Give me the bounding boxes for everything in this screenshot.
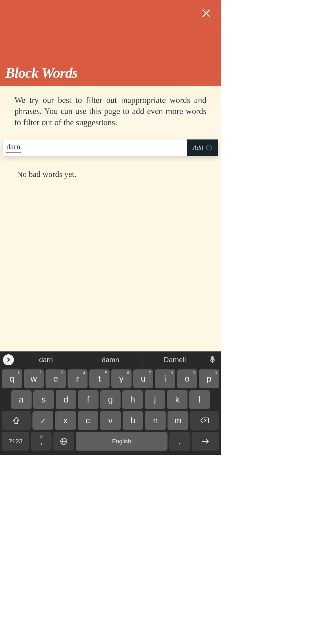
space-key[interactable]: English xyxy=(76,432,167,451)
key-p[interactable]: p0 xyxy=(199,369,219,388)
key-z[interactable]: z xyxy=(32,411,53,430)
suggestion-1[interactable]: darn xyxy=(14,356,78,364)
key-num: 3 xyxy=(61,371,63,375)
arrow-right-icon xyxy=(201,438,210,444)
key-u[interactable]: u7 xyxy=(133,369,154,388)
key-l[interactable]: l xyxy=(189,390,210,409)
key-k[interactable]: k xyxy=(167,390,188,409)
key-x[interactable]: x xyxy=(55,411,76,430)
header-banner: Block Words xyxy=(0,0,221,86)
enter-key[interactable] xyxy=(192,432,219,451)
shift-icon xyxy=(12,416,20,425)
page-title: Block Words xyxy=(5,64,216,81)
period-key[interactable]: . xyxy=(169,432,190,451)
language-key[interactable] xyxy=(53,432,74,451)
empty-state-text: No bad words yet. xyxy=(17,170,221,179)
key-g[interactable]: g xyxy=(100,390,121,409)
chevron-right-icon xyxy=(6,358,11,362)
close-icon xyxy=(201,8,212,19)
key-m[interactable]: m xyxy=(168,411,188,430)
svg-rect-2 xyxy=(211,356,214,361)
comma-key[interactable]: ☺ , xyxy=(31,432,52,451)
add-button-label: Add xyxy=(193,144,203,151)
key-n[interactable]: n xyxy=(145,411,166,430)
shift-key[interactable] xyxy=(2,411,31,430)
key-num: 5 xyxy=(105,371,107,375)
key-num: 4 xyxy=(83,371,85,375)
close-button[interactable] xyxy=(199,6,214,21)
suggestion-row: darn damn Darnell xyxy=(0,351,221,368)
key-num: 1 xyxy=(17,371,20,375)
key-num: 2 xyxy=(39,371,41,375)
backspace-key[interactable] xyxy=(190,411,219,430)
mic-icon xyxy=(209,356,216,364)
key-v[interactable]: v xyxy=(100,411,121,430)
key-num: 9 xyxy=(193,371,195,375)
key-num: 7 xyxy=(149,371,151,375)
key-b[interactable]: b xyxy=(123,411,143,430)
suggestion-3[interactable]: Darnell xyxy=(143,356,207,364)
key-r[interactable]: r4 xyxy=(68,369,88,388)
key-f[interactable]: f xyxy=(78,390,99,409)
key-y[interactable]: y6 xyxy=(111,369,132,388)
key-j[interactable]: j xyxy=(145,390,165,409)
key-t[interactable]: t5 xyxy=(89,369,110,388)
word-input[interactable]: darn xyxy=(3,139,187,156)
word-input-value: darn xyxy=(6,142,21,153)
suggestion-2[interactable]: damn xyxy=(78,356,142,364)
key-s[interactable]: s xyxy=(33,390,54,409)
soft-keyboard: darn damn Darnell q1w2e3r4t5y6u7i8o9p0 a… xyxy=(0,351,221,455)
key-e[interactable]: e3 xyxy=(46,369,66,388)
add-word-row: darn Add + xyxy=(3,139,218,156)
emoji-icon: ☺ xyxy=(39,434,43,439)
key-a[interactable]: a xyxy=(11,390,32,409)
expand-button[interactable] xyxy=(3,354,14,365)
plus-circle-icon: + xyxy=(206,145,212,150)
key-o[interactable]: o9 xyxy=(177,369,197,388)
globe-icon xyxy=(60,438,68,445)
key-h[interactable]: h xyxy=(122,390,143,409)
key-num: 0 xyxy=(214,371,217,375)
key-w[interactable]: w2 xyxy=(24,369,44,388)
key-num: 8 xyxy=(171,371,173,375)
add-button[interactable]: Add + xyxy=(187,139,218,156)
backspace-icon xyxy=(200,417,209,424)
description-text: We try our best to filter out inappropri… xyxy=(14,95,206,128)
content-area: We try our best to filter out inappropri… xyxy=(0,86,221,128)
key-i[interactable]: i8 xyxy=(155,369,175,388)
key-c[interactable]: c xyxy=(78,411,99,430)
symbols-key[interactable]: ?123 xyxy=(2,432,29,451)
mic-button[interactable] xyxy=(207,356,218,364)
key-num: 6 xyxy=(127,371,129,375)
key-q[interactable]: q1 xyxy=(2,369,22,388)
key-d[interactable]: d xyxy=(56,390,76,409)
